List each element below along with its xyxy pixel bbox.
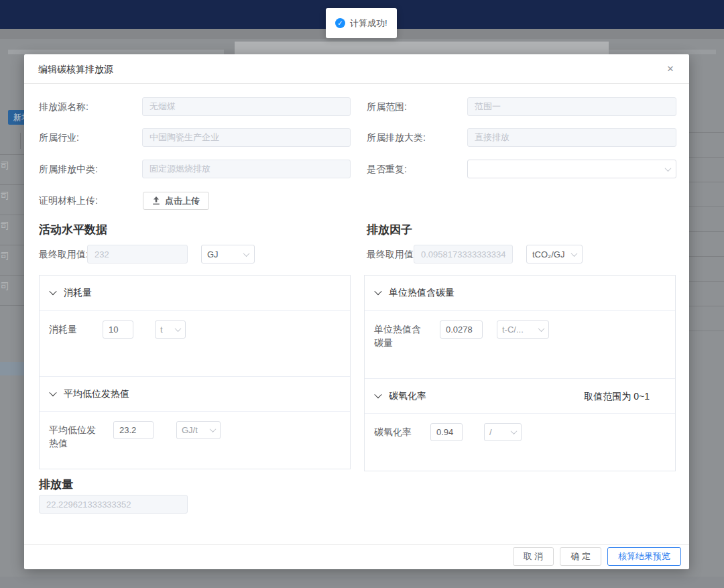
major-category-field	[467, 128, 676, 147]
chevron-down-icon	[175, 325, 182, 332]
collapse-chevron-icon	[374, 390, 381, 398]
activity-unit-value: GJ	[207, 249, 219, 259]
collapse-chevron-icon	[374, 288, 381, 295]
bg-row-line	[0, 305, 24, 306]
bg-row-line	[689, 207, 724, 207]
footer-divider	[24, 544, 689, 545]
bg-card-left	[8, 50, 224, 54]
chevron-down-icon	[210, 426, 217, 432]
chevron-down-icon	[243, 250, 250, 257]
confirm-button[interactable]: 确 定	[560, 547, 601, 566]
bg-table-row-fragment: 司	[1, 220, 24, 232]
major-category-label: 所属排放大类:	[367, 128, 426, 147]
upload-button-label: 点击上传	[165, 195, 200, 207]
collapse-chevron-icon	[49, 388, 56, 396]
edit-emission-source-dialog: 编辑碳核算排放源 × 排放源名称: 所属范围: 所属行业: 所属排放大类: 所属…	[24, 54, 689, 569]
upload-button[interactable]: 点击上传	[143, 192, 209, 210]
result-preview-button[interactable]: 核算结果预览	[607, 547, 681, 566]
factor-section-title: 排放因子	[367, 222, 412, 237]
collapse-chevron-icon	[49, 288, 56, 295]
close-icon[interactable]: ×	[664, 62, 677, 76]
bg-table-row-fragment: 司	[1, 280, 24, 292]
check-circle-icon: ✓	[335, 18, 345, 28]
consumption-unit-value: t	[160, 325, 163, 335]
chevron-down-icon	[665, 165, 672, 172]
bg-row-line	[689, 231, 724, 232]
bg-table-row-fragment: 司	[1, 250, 24, 262]
carbon-content-unit-select[interactable]: t-C/...	[497, 320, 549, 339]
bg-card-right	[609, 50, 716, 54]
bg-row-line	[689, 331, 724, 331]
oxidation-panel-header[interactable]: 碳氧化率 取值范围为 0~1	[365, 378, 675, 414]
bg-table-row-fragment: 司	[1, 160, 24, 172]
bg-row-line	[689, 281, 724, 282]
industry-field	[142, 128, 351, 147]
duplicate-select[interactable]	[467, 160, 676, 178]
cancel-button[interactable]: 取 消	[513, 547, 554, 566]
calorific-panel-body: 平均低位发热值 GJ/t	[40, 412, 350, 459]
consumption-row-label: 消耗量	[49, 320, 100, 336]
factor-final-label: 最终取用值:	[367, 245, 416, 263]
bg-row-line	[689, 256, 724, 257]
duplicate-label: 是否重复:	[367, 160, 407, 178]
factor-final-field	[414, 245, 513, 263]
consumption-panel-title: 消耗量	[64, 287, 92, 299]
activity-final-field	[87, 245, 188, 263]
screen: 新增 司 司 司 司 司 ✓ 计算成功! 编辑碳核算排放源 × 排放源名称: 所…	[0, 0, 724, 588]
dialog-header: 编辑碳核算排放源 ×	[24, 54, 689, 84]
oxidation-unit-select[interactable]: /	[484, 423, 522, 441]
bg-card-center	[235, 42, 609, 54]
calorific-panel-title: 平均低位发热值	[64, 388, 129, 400]
activity-card: 消耗量 消耗量 t 平均低位发热值 平均低位发热值 GJ/t	[39, 275, 351, 469]
bg-row-line	[0, 215, 24, 215]
oxidation-row-label: 碳氧化率	[374, 423, 425, 438]
oxidation-panel-title: 碳氧化率	[389, 390, 426, 402]
industry-label: 所属行业:	[39, 128, 79, 147]
calorific-unit-select[interactable]: GJ/t	[176, 421, 221, 439]
success-toast: ✓ 计算成功!	[326, 8, 397, 38]
chevron-down-icon	[571, 250, 578, 257]
calorific-unit-value: GJ/t	[182, 425, 198, 435]
bg-selected-row	[0, 362, 24, 375]
bg-row-line	[689, 306, 724, 306]
source-name-field	[142, 97, 351, 116]
mid-category-field	[142, 160, 351, 178]
activity-section-title: 活动水平数据	[39, 222, 107, 237]
calorific-row-label: 平均低位发热值	[49, 421, 100, 450]
carbon-content-panel-title: 单位热值含碳量	[389, 287, 455, 299]
bg-row-line	[0, 184, 24, 185]
factor-unit-select[interactable]: tCO₂/GJ	[526, 245, 583, 263]
bg-row-line	[0, 275, 24, 276]
carbon-content-panel-header[interactable]: 单位热值含碳量	[365, 276, 675, 311]
carbon-content-unit-value: t-C/...	[502, 325, 524, 335]
toast-message: 计算成功!	[350, 17, 387, 30]
scope-field	[467, 97, 676, 116]
bg-table-row-fragment: 司	[1, 190, 24, 202]
bg-row-line	[0, 245, 24, 245]
footer-buttons: 取 消 确 定 核算结果预览	[513, 547, 681, 566]
emission-section-title: 排放量	[39, 477, 73, 492]
bg-row-line	[689, 132, 724, 133]
bg-bottom-band	[0, 577, 724, 588]
carbon-content-input[interactable]	[440, 320, 483, 339]
consumption-panel-body: 消耗量 t	[40, 311, 350, 376]
mid-category-label: 所属排放中类:	[39, 160, 98, 178]
consumption-panel-header[interactable]: 消耗量	[40, 276, 350, 311]
source-name-label: 排放源名称:	[39, 97, 88, 116]
bg-row-line	[689, 157, 724, 158]
factor-card: 单位热值含碳量 单位热值含碳量 t-C/... 碳氧化率 取值范围为 0~1 碳…	[364, 275, 676, 471]
oxidation-panel-body: 碳氧化率 /	[365, 414, 675, 451]
consumption-input[interactable]	[103, 320, 133, 339]
consumption-unit-select[interactable]: t	[155, 320, 186, 339]
bg-divider	[20, 133, 21, 149]
chevron-down-icon	[538, 325, 545, 332]
bg-row-line	[0, 154, 24, 155]
carbon-content-row-label: 单位热值含碳量	[374, 320, 425, 349]
activity-unit-select[interactable]: GJ	[201, 245, 255, 263]
calorific-input[interactable]	[113, 421, 154, 439]
bg-row-line	[689, 182, 724, 182]
carbon-content-panel-body: 单位热值含碳量 t-C/...	[365, 311, 675, 378]
calorific-panel-header[interactable]: 平均低位发热值	[40, 376, 350, 412]
oxidation-input[interactable]	[430, 423, 463, 441]
oxidation-unit-value: /	[489, 427, 492, 437]
